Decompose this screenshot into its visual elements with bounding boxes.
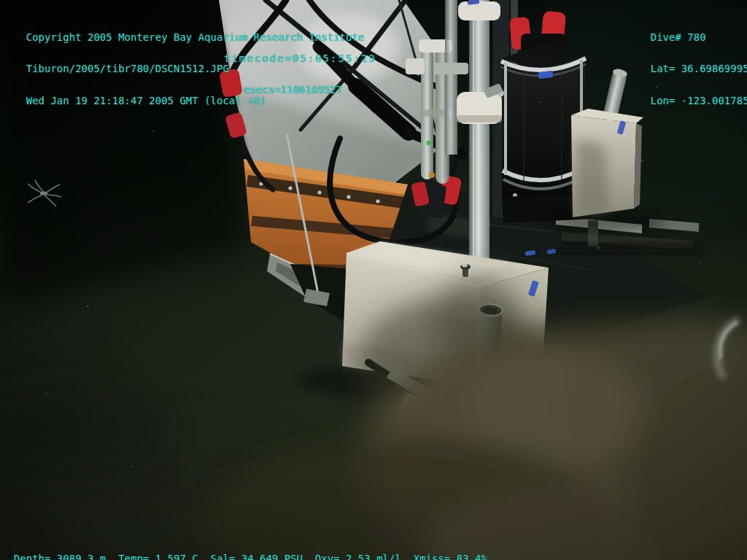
dive-number-text: Dive# 780 (651, 31, 706, 43)
rov-video-frame: Copyright 2005 Monterey Bay Aquarium Res… (0, 0, 747, 560)
hud-bottom: Depth= 3089.3 m Temp= 1.597 C Sal= 34.64… (1, 543, 487, 560)
hud-datetime-row: Wed Jan 19 21:18:47 2005 GMT (local +8) … (1, 85, 364, 95)
hud-top-left: Copyright 2005 Monterey Bay Aquarium Res… (1, 1, 364, 106)
timecode-text: timecode=05:05:55:29 (224, 53, 376, 63)
copyright-text: Copyright 2005 Monterey Bay Aquarium Res… (26, 31, 365, 43)
file-path-text: Tiburon/2005/tibr780/DSCN1512.JPG (26, 63, 229, 74)
hud-copyright-row: Copyright 2005 Monterey Bay Aquarium Res… (1, 22, 364, 32)
longitude-text: Lon= -123.00178528 (651, 95, 747, 106)
hud-dive-row: Dive# 780 (626, 22, 747, 32)
esecs-text: esecs=1106169527 (244, 85, 342, 95)
hud-latitude-row: Lat= 36.69869995 (626, 53, 747, 63)
hud-file-row: Tiburon/2005/tibr780/DSCN1512.JPG timeco… (1, 53, 364, 63)
hud-top-right: Dive# 780 Lat= 36.69869995 Lon= -123.001… (626, 1, 747, 106)
telemetry-text: Depth= 3089.3 m Temp= 1.597 C Sal= 34.64… (14, 553, 487, 560)
hud-longitude-row: Lon= -123.00178528 (626, 85, 747, 95)
datetime-text: Wed Jan 19 21:18:47 2005 GMT (local +8) (26, 95, 266, 106)
latitude-text: Lat= 36.69869995 (651, 63, 747, 74)
